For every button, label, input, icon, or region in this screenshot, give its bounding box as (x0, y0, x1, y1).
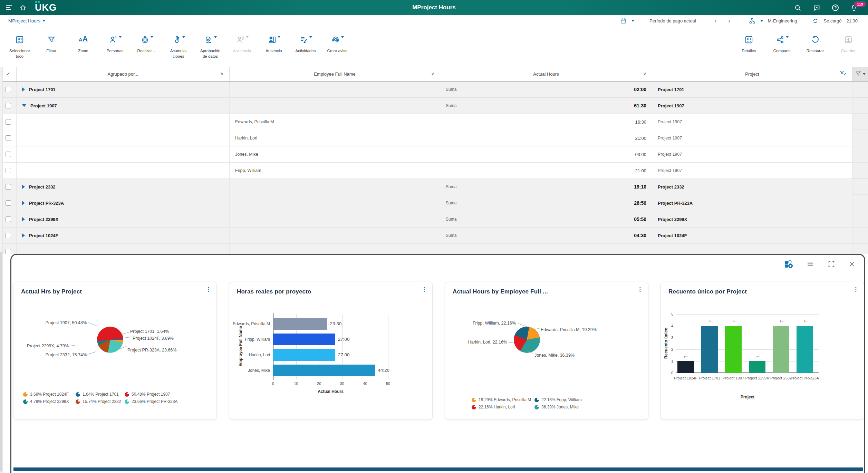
expand-panel-button[interactable] (828, 260, 835, 268)
expand-arrow-icon[interactable] (22, 233, 25, 238)
view-selector[interactable]: MProject Hours (8, 18, 45, 23)
next-period-chevron[interactable]: › (725, 18, 734, 24)
zoom-button[interactable]: AA Zoom (73, 35, 94, 59)
details-button[interactable]: Detalles (738, 35, 760, 54)
card-menu-kebab[interactable]: ⋮ (853, 288, 858, 291)
filter-button[interactable]: Filtrar (41, 35, 62, 59)
row-checkbox[interactable] (6, 184, 11, 190)
table-row[interactable]: Jones, Mike03:00Project 1907 (0, 146, 868, 163)
chevron-down-icon[interactable]: ∨ (220, 71, 224, 76)
accruals-button[interactable]: Acumula-ciones (168, 35, 189, 59)
perform-button[interactable]: Realizar ... (136, 35, 157, 59)
expand-arrow-icon[interactable] (22, 201, 25, 205)
collapse-arrow-icon[interactable] (22, 104, 26, 107)
row-checkbox[interactable] (6, 233, 11, 238)
row-checkbox[interactable] (6, 103, 11, 108)
row-checkbox[interactable] (6, 152, 11, 157)
panel-bottom-bar (13, 467, 863, 471)
create-notice-button[interactable]: Crear aviso (327, 35, 348, 59)
header-project[interactable]: Project (652, 67, 852, 81)
table-row[interactable]: Fripp, William21:00Project 1907 (0, 163, 868, 179)
share-button[interactable]: Compartir (771, 35, 793, 54)
filter-menu-button[interactable] (852, 67, 868, 81)
table-row[interactable]: Project 2332Suma19:10Project 2332 (0, 179, 868, 195)
hours-cell: Suma02:00 (440, 81, 652, 97)
filter-gutter-cell (852, 211, 868, 227)
menu-icon[interactable] (6, 4, 13, 11)
chevron-down-icon[interactable]: ∨ (643, 71, 646, 76)
card-menu-kebab[interactable]: ⋮ (637, 288, 643, 291)
chevron-down-icon[interactable]: ∨ (431, 71, 434, 76)
table-row[interactable]: Project 1907Suma61:30Project 1907 (0, 98, 868, 114)
table-row[interactable]: Project 1701Suma02:00Project 1701 (0, 81, 868, 98)
project-value: Project 1701 (658, 87, 684, 92)
table-row[interactable]: Project 2299XSuma05:50Project 2299X (0, 211, 868, 228)
table-row[interactable]: Edwards, Priscilla M16:30Project 1907 (0, 114, 868, 130)
row-checkbox[interactable] (6, 87, 11, 92)
project-cell: Project 1907 (652, 130, 852, 146)
row-checkbox[interactable] (6, 168, 11, 173)
people-button[interactable]: Personas (104, 35, 126, 59)
row-checkbox[interactable] (6, 249, 11, 254)
table-row[interactable]: Harkin, Lori21:00Project 1907 (0, 130, 868, 146)
card-menu-kebab[interactable]: ⋮ (205, 288, 211, 291)
legend-label: 1.64% Project 1701 (83, 392, 119, 397)
project-value: Project 1907 (658, 136, 682, 141)
actual-hours-value: 19:10 (634, 184, 646, 190)
expand-arrow-icon[interactable] (22, 185, 25, 189)
legend-pie-icon (76, 399, 80, 404)
project-cell: Project 2332 (652, 179, 852, 195)
data-approval-button[interactable]: Aprobaciónde datos (200, 35, 221, 59)
refresh-icon[interactable] (812, 18, 819, 24)
legend-pie-icon (125, 399, 129, 404)
notifications-icon[interactable]: 119 (850, 4, 858, 11)
employee-name: Harkin, Lori (235, 136, 257, 141)
search-icon[interactable] (794, 4, 801, 11)
attendance-button[interactable]: Asistencia (231, 35, 253, 59)
calendar-icon[interactable] (620, 18, 627, 24)
help-icon[interactable]: ? (832, 4, 839, 11)
calendar-caret[interactable] (631, 20, 634, 22)
resize-handle[interactable] (806, 261, 814, 268)
actual-hours-value: 03:00 (635, 152, 646, 157)
bar-value-label: 27:00 (338, 352, 350, 357)
activities-button[interactable]: Actividades (295, 35, 316, 59)
feedback-icon[interactable] (813, 4, 820, 11)
row-checkbox[interactable] (6, 216, 11, 222)
row-checkbox[interactable] (6, 135, 11, 141)
x-tick-label: 0 (269, 382, 277, 386)
row-checkbox[interactable] (6, 119, 11, 125)
card-menu-kebab[interactable]: ⋮ (421, 288, 427, 291)
table-row[interactable]: Project PR-323ASuma28:50Project PR-323A (0, 195, 868, 211)
hierarchy-caret[interactable] (760, 20, 763, 22)
header-actual-hours[interactable]: Actual Hours∨ (440, 67, 652, 81)
horizontal-bar-chart: 0102030405023:30Edwards, Priscilla M27:0… (229, 301, 432, 419)
project-filter-icon[interactable] (840, 70, 847, 76)
employee-cell (230, 211, 440, 227)
y-tick-label: 0 (666, 371, 673, 375)
group-cell: Project 1024F (17, 228, 230, 243)
callout-line (121, 332, 129, 335)
header-grouped-by[interactable]: Agrupado por...∨ (17, 67, 230, 81)
row-checkbox[interactable] (6, 200, 11, 206)
suma-label: Suma (446, 233, 456, 238)
pie-slice-label: Fripp, William, 22.16% (445, 321, 516, 326)
prev-period-chevron[interactable]: ‹ (711, 18, 720, 24)
save-button[interactable]: Guardar (838, 35, 859, 54)
select-all-button[interactable]: Seleccionartodo (9, 35, 30, 59)
home-icon[interactable] (19, 4, 27, 11)
expand-arrow-icon[interactable] (22, 87, 25, 91)
legend-item: 1.64% Project 1701 (76, 392, 125, 397)
expand-arrow-icon[interactable] (22, 217, 25, 221)
close-panel-button[interactable] (848, 261, 855, 268)
left-scrollbar[interactable] (0, 67, 3, 473)
restore-button[interactable]: Restaurar (804, 35, 826, 54)
ukg-logo[interactable]: UKG (35, 3, 57, 12)
project-cell: Project 1907 (652, 146, 852, 162)
absence-button[interactable]: Ausencia (263, 35, 284, 59)
table-row[interactable]: Project 1024FSuma04:30Project 1024F (0, 228, 868, 244)
legend-label: 15.74% Project 2332 (83, 399, 121, 404)
header-employee-full-name[interactable]: Employee Full Name∨ (230, 67, 440, 81)
hierarchy-icon[interactable] (749, 18, 755, 24)
add-widget-button[interactable] (784, 260, 793, 269)
